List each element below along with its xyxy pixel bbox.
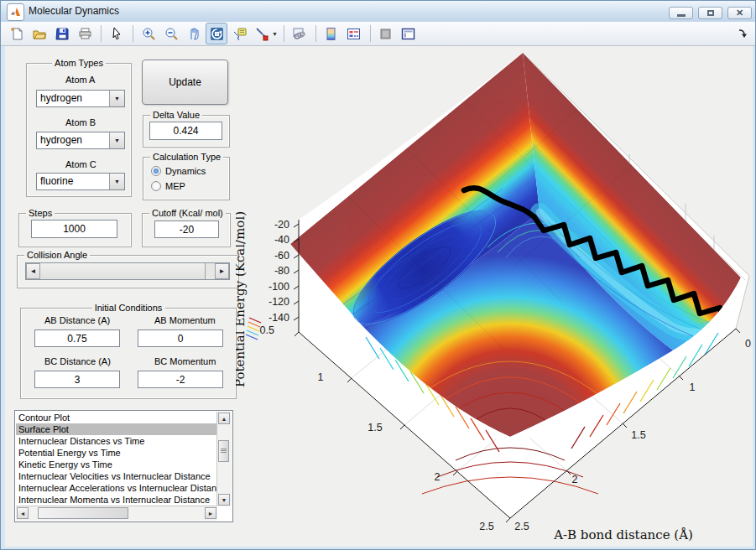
svg-text:-60: -60 — [274, 250, 289, 262]
horizontal-scrollbar[interactable]: ◄ ► — [16, 506, 217, 521]
atom-a-dropdown[interactable]: hydrogen — [36, 90, 125, 107]
list-item[interactable]: Internuclear Distances vs Time — [16, 435, 217, 447]
toolbar-separator — [370, 25, 371, 42]
minimize-button[interactable] — [669, 7, 693, 19]
svg-text:-40: -40 — [274, 234, 289, 246]
svg-text:-140: -140 — [269, 312, 289, 324]
slider-track[interactable] — [40, 263, 215, 279]
data-cursor-button[interactable] — [228, 23, 250, 44]
edit-pointer-button[interactable] — [106, 23, 128, 44]
dock-figure-arrow[interactable] — [738, 27, 748, 42]
save-button[interactable] — [51, 23, 73, 44]
chevron-down-icon[interactable] — [109, 91, 124, 106]
plot-tools-off-icon — [378, 27, 393, 41]
bc-momentum-input[interactable] — [138, 371, 223, 388]
plot-tools-off-button[interactable] — [375, 23, 397, 44]
atom-c-label: Atom C — [65, 159, 96, 169]
plot-type-listbox[interactable]: Contour Plot Surface Plot Internuclear D… — [14, 410, 233, 522]
radio-dynamics[interactable]: Dynamics — [151, 166, 206, 176]
cutoff-title: Cutoff (Kcal/ mol) — [149, 208, 226, 218]
rotate-3d-button[interactable] — [206, 23, 227, 44]
brush-button[interactable] — [251, 23, 273, 44]
initial-conditions-title: Initial Conditions — [92, 303, 165, 313]
show-plot-tools-icon — [401, 27, 415, 41]
scroll-up-arrow[interactable]: ▲ — [218, 412, 230, 424]
radio-unselected-icon — [151, 181, 161, 191]
svg-text:1: 1 — [690, 381, 696, 393]
toolbar-separator — [101, 25, 102, 42]
zoom-in-icon — [142, 27, 156, 41]
pan-button[interactable] — [183, 23, 205, 44]
title-bar[interactable]: Molecular Dynamics ✕ — [1, 1, 756, 23]
list-item[interactable]: Kinetic Energy vs Time — [16, 459, 217, 470]
delta-value-input[interactable] — [149, 122, 222, 140]
bc-momentum-label: BC Momentum — [154, 356, 216, 366]
svg-text:1: 1 — [318, 371, 324, 383]
svg-text:-100: -100 — [269, 281, 289, 293]
scroll-down-arrow[interactable]: ▼ — [218, 494, 230, 506]
pointer-icon — [110, 27, 124, 41]
list-item[interactable]: Contour Plot — [16, 412, 217, 423]
brush-icon — [255, 27, 269, 41]
scroll-left-arrow[interactable]: ◄ — [17, 507, 29, 519]
maximize-button[interactable] — [698, 7, 722, 19]
scroll-thumb[interactable] — [218, 440, 229, 462]
bc-distance-input[interactable] — [34, 371, 120, 388]
atom-c-dropdown[interactable]: fluorine — [36, 173, 125, 190]
atom-c-value: fluorine — [37, 174, 109, 189]
ab-distance-input[interactable] — [34, 329, 120, 347]
print-button[interactable] — [74, 23, 96, 44]
collision-angle-slider[interactable]: ◄ ► — [25, 262, 230, 280]
save-icon — [55, 27, 70, 41]
printer-icon — [78, 27, 92, 41]
x-axis-label: A-B bond distance (Å) — [553, 527, 693, 542]
radio-mep-label: MEP — [165, 181, 185, 191]
atom-b-label: Atom B — [65, 117, 96, 127]
atom-b-dropdown[interactable]: hydrogen — [36, 132, 125, 149]
calculation-type-title: Calculation Type — [150, 152, 223, 162]
radio-selected-icon — [151, 166, 161, 176]
close-icon: ✕ — [736, 8, 743, 18]
chevron-down-icon[interactable] — [109, 132, 124, 148]
data-cursor-icon — [232, 27, 247, 41]
hand-icon — [187, 27, 201, 41]
new-figure-button[interactable] — [6, 23, 28, 44]
zoom-out-button[interactable] — [160, 23, 182, 44]
list-item-selected[interactable]: Surface Plot — [16, 423, 217, 435]
show-plot-tools-button[interactable] — [398, 23, 420, 44]
insert-colorbar-button[interactable] — [321, 23, 342, 44]
close-button[interactable]: ✕ — [727, 7, 752, 19]
slider-left-arrow[interactable]: ◄ — [26, 263, 40, 279]
chevron-down-icon[interactable] — [109, 174, 124, 189]
link-plot-button[interactable] — [289, 23, 310, 44]
minimize-icon — [677, 14, 686, 17]
zoom-in-button[interactable] — [138, 23, 159, 44]
list-item[interactable]: Potential Energy vs Time — [16, 447, 217, 459]
slider-thumb[interactable] — [40, 263, 206, 279]
cutoff-input[interactable] — [154, 221, 219, 238]
surface-plot[interactable]: -20 -40 -60 -80 -100 -120 -140 0.5 1 1.5… — [236, 48, 753, 547]
svg-text:2.5: 2.5 — [514, 521, 529, 532]
brush-dropdown-caret[interactable]: ▼ — [272, 31, 278, 37]
ab-distance-label: AB Distance (A) — [44, 315, 110, 325]
list-item[interactable]: Internuclear Momenta vs Internuclear Dis… — [16, 494, 217, 506]
slider-right-arrow[interactable]: ► — [215, 263, 229, 279]
steps-input[interactable] — [31, 220, 117, 238]
list-item[interactable]: Internuclear Velocities vs Internuclear … — [16, 470, 217, 482]
scroll-thumb[interactable] — [38, 507, 128, 519]
open-file-button[interactable] — [29, 23, 50, 44]
vertical-scrollbar[interactable]: ▲ ▼ — [216, 412, 232, 506]
update-button[interactable]: Update — [142, 60, 228, 105]
new-figure-icon — [10, 27, 24, 41]
scroll-right-arrow[interactable]: ► — [205, 507, 216, 519]
ab-momentum-input[interactable] — [138, 329, 223, 347]
list-item[interactable]: Internuclear Accelerations vs Internucle… — [16, 482, 217, 494]
insert-legend-button[interactable] — [343, 23, 365, 44]
atom-types-title: Atom Types — [52, 58, 106, 68]
radio-mep[interactable]: MEP — [151, 181, 185, 191]
toolbar-separator — [284, 25, 284, 42]
toolbar-separator — [315, 25, 316, 42]
open-folder-icon — [33, 27, 47, 41]
radio-dynamics-label: Dynamics — [165, 166, 206, 176]
app-window: Molecular Dynamics ✕ ▼ — [0, 0, 756, 550]
